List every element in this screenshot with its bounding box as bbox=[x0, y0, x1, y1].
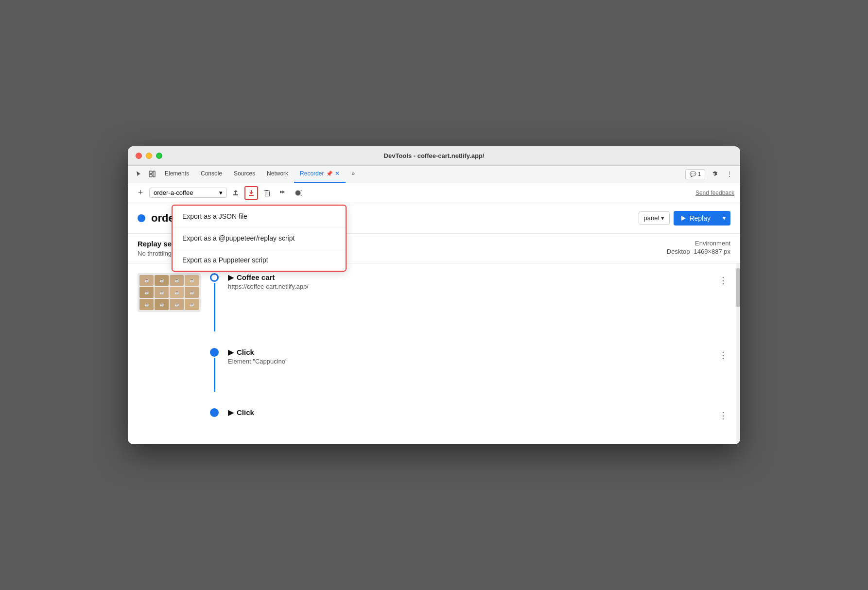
scrollbar-thumb[interactable] bbox=[736, 268, 740, 307]
thumb-cell: ☕ bbox=[139, 275, 154, 286]
more-options-icon[interactable]: ⋮ bbox=[723, 167, 736, 181]
step-title[interactable]: ▶ Click bbox=[228, 408, 708, 417]
recording-status-dot bbox=[138, 214, 145, 222]
step-more-button[interactable]: ⋮ bbox=[716, 273, 730, 288]
delete-button[interactable] bbox=[260, 186, 274, 200]
window-title: DevTools - coffee-cart.netlify.app/ bbox=[384, 152, 485, 159]
thumb-cell: ☕ bbox=[155, 299, 169, 310]
settings-icon[interactable] bbox=[707, 167, 721, 181]
step-title[interactable]: ▶ Coffee cart bbox=[228, 273, 708, 282]
upload-button[interactable] bbox=[229, 186, 243, 200]
record-button[interactable] bbox=[291, 186, 305, 200]
send-feedback-link[interactable]: Send feedback bbox=[695, 190, 734, 196]
step-row: ▶ Click Element "Cappucino" ⋮ bbox=[138, 348, 730, 392]
replay-dropdown-button[interactable]: ▾ bbox=[718, 211, 730, 225]
step-info: ▶ Click bbox=[228, 408, 708, 417]
settings-right: Environment Desktop 1469×887 px bbox=[667, 240, 730, 255]
step-url: https://coffee-cart.netlify.app/ bbox=[228, 283, 708, 290]
export-button[interactable] bbox=[244, 186, 258, 200]
step-replay-button[interactable] bbox=[276, 186, 289, 200]
cursor-icon[interactable] bbox=[132, 167, 145, 181]
tab-console[interactable]: Console bbox=[195, 165, 228, 183]
tab-network[interactable]: Network bbox=[261, 165, 294, 183]
step-expand-arrow: ▶ bbox=[228, 348, 234, 357]
step-info: ▶ Coffee cart https://coffee-cart.netlif… bbox=[228, 273, 708, 290]
devtools-nav: Elements Console Sources Network Recorde… bbox=[128, 166, 740, 183]
thumb-cell: ☕ bbox=[185, 299, 199, 310]
recording-selector[interactable]: order-a-coffee ▾ bbox=[149, 188, 227, 198]
export-json-item[interactable]: Export as a JSON file bbox=[173, 206, 346, 227]
title-bar: DevTools - coffee-cart.netlify.app/ bbox=[128, 146, 740, 166]
thumb-cell: ☕ bbox=[155, 275, 169, 286]
step-circle bbox=[210, 273, 219, 282]
step-circle-filled bbox=[210, 408, 219, 417]
step-circle-filled bbox=[210, 348, 219, 357]
recorder-pin-icon: 📌 bbox=[326, 171, 333, 177]
toolbar: + order-a-coffee ▾ bbox=[128, 183, 740, 203]
tab-sources[interactable]: Sources bbox=[228, 165, 261, 183]
tab-more[interactable]: » bbox=[346, 165, 361, 183]
panel-arrow-icon: ▾ bbox=[661, 214, 664, 222]
traffic-lights bbox=[136, 153, 162, 159]
thumb-cell: ☕ bbox=[155, 287, 169, 298]
recording-controls: panel ▾ Replay ▾ bbox=[639, 211, 730, 226]
thumb-cell: ☕ bbox=[170, 287, 184, 298]
step-row: ☕ ☕ ☕ ☕ ☕ ☕ ☕ ☕ ☕ ☕ ☕ ☕ bbox=[138, 273, 730, 331]
replay-button-group: Replay ▾ bbox=[674, 211, 730, 226]
steps-area: ☕ ☕ ☕ ☕ ☕ ☕ ☕ ☕ ☕ ☕ ☕ ☕ bbox=[128, 263, 740, 444]
step-thumbnail: ☕ ☕ ☕ ☕ ☕ ☕ ☕ ☕ ☕ ☕ ☕ ☕ bbox=[138, 273, 201, 312]
svg-rect-1 bbox=[149, 174, 152, 177]
feedback-icon: 💬 bbox=[690, 171, 696, 177]
svg-rect-0 bbox=[149, 171, 152, 174]
step-row: ▶ Click ⋮ bbox=[138, 408, 730, 423]
tab-elements[interactable]: Elements bbox=[159, 165, 195, 183]
step-line bbox=[214, 283, 215, 331]
export-puppeteer-replay-item[interactable]: Export as a @puppeteer/replay script bbox=[173, 227, 346, 249]
thumb-cell: ☕ bbox=[185, 287, 199, 298]
feedback-badge-btn[interactable]: 💬 1 bbox=[685, 169, 705, 179]
step-more-button[interactable]: ⋮ bbox=[716, 348, 730, 363]
step-subtitle: Element "Cappucino" bbox=[228, 358, 708, 365]
thumb-cell: ☕ bbox=[170, 299, 184, 310]
svg-rect-2 bbox=[153, 171, 155, 177]
dropdown-arrow-icon: ▾ bbox=[219, 189, 223, 196]
add-recording-button[interactable]: + bbox=[134, 186, 147, 200]
step-more-button[interactable]: ⋮ bbox=[716, 408, 730, 423]
step-connector bbox=[208, 408, 220, 417]
scrollbar[interactable] bbox=[736, 263, 740, 444]
thumb-cell: ☕ bbox=[170, 275, 184, 286]
tab-close-icon[interactable]: ✕ bbox=[335, 170, 340, 177]
tab-recorder[interactable]: Recorder 📌 ✕ bbox=[294, 165, 346, 183]
step-info: ▶ Click Element "Cappucino" bbox=[228, 348, 708, 365]
thumb-cell: ☕ bbox=[139, 299, 154, 310]
step-connector bbox=[208, 273, 220, 331]
thumb-cell: ☕ bbox=[185, 275, 199, 286]
thumb-cell: ☕ bbox=[139, 287, 154, 298]
inspect-icon[interactable] bbox=[145, 167, 159, 181]
replay-main-button[interactable]: Replay bbox=[674, 211, 717, 226]
step-expand-arrow: ▶ bbox=[228, 408, 234, 417]
close-button[interactable] bbox=[136, 153, 142, 159]
step-title[interactable]: ▶ Click bbox=[228, 348, 708, 357]
step-line bbox=[214, 358, 215, 392]
step-expand-arrow: ▶ bbox=[228, 273, 234, 282]
nav-right: 💬 1 ⋮ bbox=[685, 167, 736, 181]
minimize-button[interactable] bbox=[146, 153, 152, 159]
devtools-window: DevTools - coffee-cart.netlify.app/ Elem… bbox=[128, 146, 740, 444]
export-puppeteer-item[interactable]: Export as a Puppeteer script bbox=[173, 249, 346, 271]
panel-dropdown[interactable]: panel ▾ bbox=[639, 211, 670, 225]
maximize-button[interactable] bbox=[156, 153, 162, 159]
step-connector bbox=[208, 348, 220, 392]
export-menu: Export as a JSON file Export as a @puppe… bbox=[172, 205, 347, 272]
